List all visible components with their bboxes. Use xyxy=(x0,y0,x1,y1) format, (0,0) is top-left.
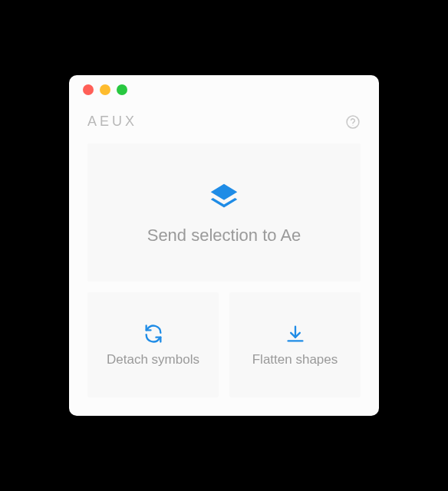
window-minimize-button[interactable] xyxy=(100,84,110,95)
refresh-icon xyxy=(143,323,164,344)
send-label: Send selection to Ae xyxy=(147,226,301,246)
detach-label: Detach symbols xyxy=(107,352,199,367)
secondary-actions-row: Detach symbols Flatten shapes xyxy=(87,292,361,397)
content: Send selection to Ae Detach symbols xyxy=(69,143,379,416)
header: AEUX xyxy=(69,104,379,143)
app-title: AEUX xyxy=(87,114,137,130)
send-to-ae-button[interactable]: Send selection to Ae xyxy=(87,143,361,282)
plugin-window: AEUX Send selection to Ae xyxy=(69,75,379,416)
svg-point-0 xyxy=(347,116,359,128)
help-icon[interactable] xyxy=(345,114,361,130)
window-close-button[interactable] xyxy=(83,84,94,95)
svg-marker-2 xyxy=(211,184,238,200)
flatten-label: Flatten shapes xyxy=(252,352,338,367)
layers-icon xyxy=(206,180,242,215)
detach-symbols-button[interactable]: Detach symbols xyxy=(87,292,219,397)
svg-point-1 xyxy=(353,124,354,125)
flatten-shapes-button[interactable]: Flatten shapes xyxy=(229,292,361,397)
flatten-down-icon xyxy=(285,323,306,344)
titlebar xyxy=(69,75,379,104)
window-zoom-button[interactable] xyxy=(117,84,127,95)
